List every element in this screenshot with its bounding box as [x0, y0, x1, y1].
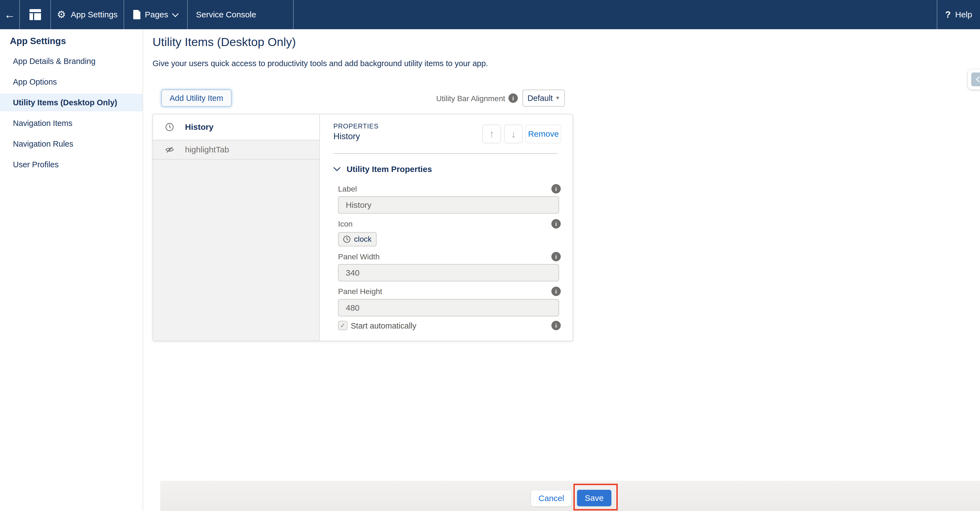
utility-list-item-history[interactable]: History: [153, 114, 319, 140]
page-title: Utility Items (Desktop Only): [153, 35, 296, 49]
sidebar-item-navigation-rules[interactable]: Navigation Rules: [0, 135, 143, 153]
panel-height-input[interactable]: [338, 299, 559, 316]
start-automatically-checkbox[interactable]: ✓: [338, 321, 347, 330]
app-canvas-button[interactable]: [20, 0, 51, 29]
panel-width-info-icon[interactable]: i: [551, 252, 561, 261]
properties-pane: PROPERTIES History ↑ ↓ Remove Utility It…: [320, 114, 573, 341]
sidebar-item-utility-items[interactable]: Utility Items (Desktop Only): [0, 94, 143, 111]
back-button[interactable]: ←: [0, 0, 20, 29]
app-name-label: Service Console: [196, 10, 256, 19]
panel-height-info-icon[interactable]: i: [551, 287, 561, 296]
help-question-icon: ?: [945, 10, 951, 20]
eye-slash-icon: [165, 145, 174, 154]
label-input[interactable]: [338, 196, 559, 214]
expand-panel-toggle[interactable]: [968, 69, 980, 89]
topbar-spacer: [294, 0, 937, 29]
help-label: Help: [955, 10, 972, 19]
clock-icon: [165, 123, 174, 131]
sidebar-item-navigation-items[interactable]: Navigation Items: [0, 114, 143, 132]
cancel-button[interactable]: Cancel: [531, 490, 571, 506]
remove-button[interactable]: Remove: [525, 125, 561, 143]
tab-pages-label: Pages: [145, 10, 168, 19]
tab-pages[interactable]: Pages: [124, 0, 188, 29]
panel-height-label: Panel Height: [338, 287, 382, 296]
app-layout-icon: [29, 9, 41, 20]
sidebar-heading: App Settings: [10, 36, 66, 46]
start-automatically-info-icon[interactable]: i: [551, 321, 561, 330]
settings-sidebar: App Settings App Details & Branding App …: [0, 29, 143, 511]
label-info-icon[interactable]: i: [551, 184, 561, 193]
utility-item-label: highlightTab: [185, 145, 229, 154]
chevron-left-icon: [976, 77, 980, 83]
panel-width-label: Panel Width: [338, 252, 380, 261]
utility-item-list: History highlightTab: [153, 114, 320, 341]
properties-eyebrow: PROPERTIES: [333, 122, 379, 130]
clock-icon: [343, 235, 351, 243]
properties-item-name: History: [333, 131, 360, 141]
icon-field-label: Icon: [338, 220, 353, 228]
app-name-segment: Service Console: [188, 0, 294, 29]
start-automatically-label: Start automatically: [351, 321, 417, 331]
add-utility-item-button[interactable]: Add Utility Item: [161, 89, 232, 107]
utility-item-label: History: [185, 122, 213, 132]
app-manager-screen: ← ⚙ App Settings Pages Service Console ?…: [0, 0, 980, 511]
sidebar-item-app-options[interactable]: App Options: [0, 73, 143, 91]
alignment-select[interactable]: Default ▼: [522, 89, 565, 107]
tab-app-settings[interactable]: ⚙ App Settings: [51, 0, 124, 29]
sidebar-item-user-profiles[interactable]: User Profiles: [0, 156, 143, 173]
utility-item-properties-section-toggle[interactable]: Utility Item Properties: [333, 164, 432, 174]
move-up-button[interactable]: ↑: [482, 125, 501, 143]
select-caret-icon: ▼: [555, 95, 560, 101]
page-subtitle: Give your users quick access to producti…: [153, 59, 488, 68]
tab-app-settings-label: App Settings: [71, 10, 118, 19]
down-arrow-icon: ↓: [511, 128, 516, 140]
utility-list-item-highlighttab[interactable]: highlightTab: [153, 140, 319, 160]
back-arrow-icon: ←: [4, 8, 15, 21]
utility-items-panel: History highlightTab PROPERTIES History …: [153, 114, 573, 341]
sidebar-item-app-details-branding[interactable]: App Details & Branding: [0, 53, 143, 70]
icon-picker-button[interactable]: clock: [338, 232, 377, 246]
top-navigation-bar: ← ⚙ App Settings Pages Service Console ?…: [0, 0, 980, 29]
gear-icon: ⚙: [57, 10, 66, 19]
icon-info-icon[interactable]: i: [551, 219, 561, 228]
section-title: Utility Item Properties: [347, 164, 432, 174]
save-button[interactable]: Save: [577, 490, 611, 506]
properties-divider: [333, 153, 557, 154]
alignment-selected-value: Default: [527, 94, 553, 103]
page-icon: [133, 10, 140, 19]
checkbox-check-icon: ✓: [340, 322, 345, 329]
expand-panel-toggle-inner: [971, 72, 980, 86]
icon-picker-value: clock: [354, 235, 372, 244]
move-down-button[interactable]: ↓: [504, 125, 523, 143]
chevron-down-icon: [333, 167, 340, 172]
help-button[interactable]: ? Help: [937, 0, 980, 29]
panel-width-input[interactable]: [338, 264, 559, 281]
label-field-label: Label: [338, 185, 357, 193]
chevron-down-icon: [173, 12, 178, 18]
alignment-info-icon[interactable]: i: [508, 93, 518, 103]
utility-bar-alignment-label: Utility Bar Alignment: [430, 94, 505, 103]
up-arrow-icon: ↑: [489, 128, 495, 140]
